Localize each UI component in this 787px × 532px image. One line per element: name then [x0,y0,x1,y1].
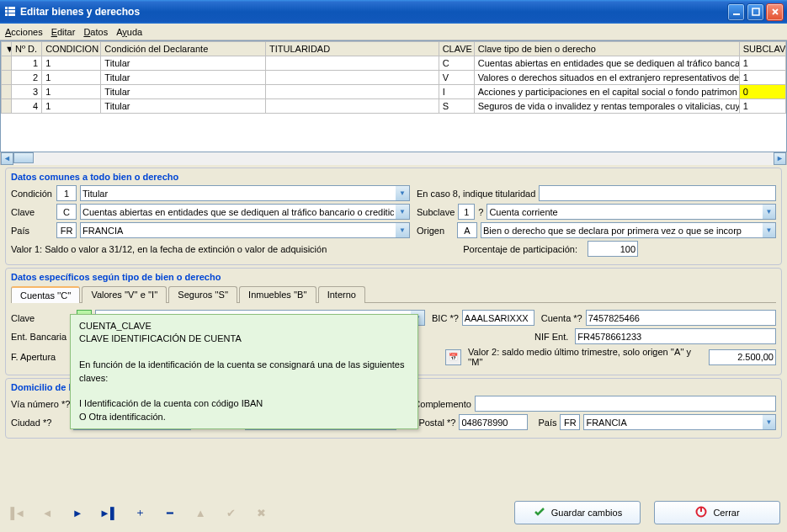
grid-corner[interactable]: ▼ [2,42,12,56]
tooltip-line: O Otra identificación. [79,411,409,423]
cp-input[interactable] [459,414,528,430]
tab-seguros[interactable]: Seguros ''S'' [168,286,237,303]
subclave-desc-input[interactable] [487,204,762,220]
grid-col-clave[interactable]: CLAVE [439,42,474,56]
tooltip-line: I Identificación de la cuenta con código… [79,397,409,410]
lbl-subclave: Subclave [417,207,455,217]
power-icon [694,505,708,520]
chevron-down-icon[interactable]: ▼ [396,222,410,238]
grid-col-nd[interactable]: Nº D. [12,42,42,56]
origen-input[interactable] [457,222,477,238]
calendar-icon[interactable]: 📅 [445,349,461,365]
grid-col-clavedesc[interactable]: Clave tipo de bien o derecho [474,42,739,56]
tab-cuentas[interactable]: Cuentas ''C'' [11,286,80,303]
dom-pais-input[interactable] [560,414,580,430]
pais-input[interactable] [56,222,77,238]
check-icon [533,505,546,520]
grid-col-titularidad[interactable]: TITULARIDAD [265,42,439,56]
table-row[interactable]: 31TitularIAcciones y participaciones en … [2,85,786,99]
chevron-down-icon[interactable]: ▼ [763,204,776,220]
panel-specific: Datos específicos según tipo de bien o d… [5,268,782,375]
lbl-bic: BIC *? [432,313,459,323]
table-row[interactable]: 21TitularVValores o derechos situados en… [2,71,786,85]
menu-editar[interactable]: Editar [51,27,76,37]
lbl-clave: Clave [11,207,53,217]
clave-input[interactable] [56,204,77,220]
compl-input[interactable] [475,396,776,412]
nav-prev-icon[interactable]: ◄ [39,507,56,519]
svg-rect-3 [8,10,15,13]
nav-first-icon[interactable]: ▐◄ [7,507,25,519]
lbl-entbancaria: Ent. Bancaria [11,332,73,342]
tab-inmuebles[interactable]: Inmuebles ''B'' [239,286,316,303]
porc-input[interactable] [588,241,638,257]
save-button[interactable]: Guardar cambios [514,501,641,524]
grid-col-condicion[interactable]: CONDICION [42,42,101,56]
nav-cancel-icon[interactable]: ✖ [253,507,269,519]
lbl-origen: Origen [417,226,454,236]
scroll-thumb[interactable] [13,152,34,163]
grid-col-subclav[interactable]: SUBCLAV [739,42,785,56]
tooltip-line: CLAVE IDENTIFICACIÓN DE CUENTA [79,332,409,345]
scroll-left-icon[interactable]: ◄ [1,152,13,165]
pais-desc-input[interactable] [80,222,396,238]
condicion-input[interactable] [56,185,77,201]
bic-input[interactable] [462,310,534,326]
svg-rect-1 [8,7,15,9]
maximize-button[interactable] [747,3,764,21]
origen-desc-input[interactable] [481,222,763,238]
nav-edit-icon[interactable]: ▲ [192,507,209,519]
titlebar: Editar bienes y derechos [0,0,787,24]
nav-next-icon[interactable]: ► [69,507,86,519]
subclave-input[interactable] [458,204,475,220]
chevron-down-icon[interactable]: ▼ [763,414,776,430]
tab-interno[interactable]: Interno [318,286,365,303]
chevron-down-icon[interactable]: ▼ [396,185,410,201]
table-row[interactable]: 41TitularSSeguros de vida o invalidez y … [2,99,786,114]
svg-rect-9 [700,507,702,512]
caso8-input[interactable] [539,185,776,201]
grid-hscroll[interactable]: ◄ ► [0,152,787,165]
svg-rect-6 [733,13,740,15]
footer-nav: ▐◄ ◄ ► ►▌ ＋ ━ ▲ ✔ ✖ Guardar cambios Cerr… [7,497,780,528]
svg-rect-0 [5,7,8,9]
window-title: Editar bienes y derechos [20,6,727,18]
menu-datos[interactable]: Datos [83,27,108,37]
data-grid[interactable]: ▼ Nº D. CONDICION Condición del Declaran… [0,40,787,152]
cuenta-input[interactable] [586,310,776,326]
nif-input[interactable] [575,328,776,344]
svg-rect-2 [5,10,8,13]
menu-ayuda[interactable]: Ayuda [116,27,142,37]
close-button[interactable] [766,3,784,21]
chevron-down-icon[interactable]: ▼ [763,222,776,238]
lbl-cuenta: Cuenta *? [541,313,582,323]
lbl-compl: Complemento [413,399,471,409]
valor2-input[interactable] [709,349,776,365]
scroll-right-icon[interactable]: ► [774,152,786,165]
condicion-desc-input[interactable] [80,185,396,201]
menu-acciones[interactable]: Acciones [5,27,43,37]
close-dialog-button[interactable]: Cerrar [654,501,780,524]
panel-title: Datos específicos según tipo de bien o d… [11,272,776,282]
table-row[interactable]: 11TitularCCuentas abiertas en entidades … [2,56,786,71]
app-icon [3,5,17,19]
lbl-valor2: Valor 2: saldo medio último trimestre, s… [468,347,705,367]
lbl-porc: Porcentaje de participación: [463,244,577,254]
chevron-down-icon[interactable]: ▼ [396,204,410,220]
svg-rect-7 [752,8,759,15]
tab-valores[interactable]: Valores ''V'' e ''I'' [82,286,167,303]
nav-remove-icon[interactable]: ━ [162,507,178,519]
nav-last-icon[interactable]: ►▌ [99,507,118,519]
lbl-fapertura: F. Apertura [11,352,73,362]
minimize-button[interactable] [727,3,745,21]
nav-add-icon[interactable]: ＋ [131,505,148,520]
lbl-pais: País [538,418,556,428]
svg-rect-4 [5,13,8,16]
lbl-valor1: Valor 1: Saldo o valor a 31/12, en la fe… [11,244,460,254]
nav-check-icon[interactable]: ✔ [222,507,239,519]
help-icon[interactable]: ? [478,207,483,217]
dom-pais-desc-input[interactable] [583,414,763,430]
grid-col-conddec[interactable]: Condición del Declarante [101,42,266,56]
lbl-via: Vía número *? [11,399,70,409]
clave-desc-input[interactable] [80,204,396,220]
